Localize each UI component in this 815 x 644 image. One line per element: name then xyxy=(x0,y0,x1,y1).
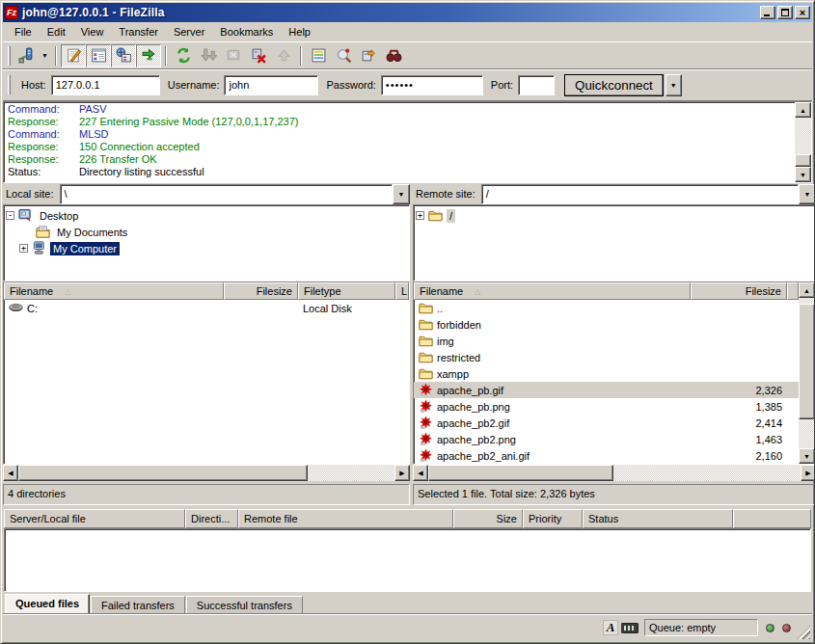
local-site-combo[interactable]: \ ▼ xyxy=(60,184,410,204)
scroll-left-icon[interactable]: ◀ xyxy=(413,465,428,481)
column-filename[interactable]: Filename△ xyxy=(414,282,691,300)
column-remote-file[interactable]: Remote file xyxy=(238,509,453,528)
title-bar[interactable]: Fz john@127.0.0.1 - FileZilla × xyxy=(3,3,812,22)
refresh-button[interactable] xyxy=(171,44,196,67)
expand-icon[interactable]: + xyxy=(416,211,424,220)
tree-item-my-computer[interactable]: + My Computer xyxy=(6,240,409,256)
close-button[interactable]: × xyxy=(795,6,810,19)
message-log: Command:PASV Response:227 Entering Passi… xyxy=(4,102,795,182)
disconnect-button[interactable] xyxy=(246,44,271,67)
scroll-down-icon[interactable]: ▼ xyxy=(795,167,811,182)
column-filename[interactable]: Filename△ xyxy=(4,282,224,300)
tab-queued-files[interactable]: Queued files xyxy=(5,594,90,613)
column-size[interactable]: Size xyxy=(453,509,523,528)
menu-file[interactable]: File xyxy=(7,24,40,40)
remote-file-row[interactable]: apache_pb2.png 1,463 xyxy=(414,431,799,447)
scroll-left-icon[interactable]: ◀ xyxy=(3,465,18,481)
remote-file-row[interactable]: .. xyxy=(414,300,799,316)
remote-site-combo[interactable]: / ▼ xyxy=(481,184,815,204)
scroll-thumb[interactable] xyxy=(799,304,815,419)
remote-file-row[interactable]: apache_pb2.gif 2,414 xyxy=(414,415,799,431)
speed-limit-icon[interactable] xyxy=(621,623,638,633)
minimize-button[interactable] xyxy=(760,6,775,19)
scroll-thumb[interactable] xyxy=(428,465,613,481)
scroll-right-icon[interactable]: ▶ xyxy=(801,465,815,481)
quickconnect-grip[interactable] xyxy=(8,75,11,94)
column-filetype[interactable]: Filetype xyxy=(298,282,395,300)
collapse-icon[interactable]: - xyxy=(6,211,14,220)
password-input[interactable]: •••••• xyxy=(381,75,483,95)
menu-help[interactable]: Help xyxy=(281,24,318,40)
remote-site-input[interactable]: / xyxy=(481,184,799,204)
remote-file-row[interactable]: forbidden xyxy=(414,316,799,333)
column-direction[interactable]: Directi... xyxy=(185,509,238,528)
column-server-local-file[interactable]: Server/Local file xyxy=(4,509,185,528)
menu-transfer[interactable]: Transfer xyxy=(111,24,166,40)
scroll-right-icon[interactable]: ▶ xyxy=(394,465,410,481)
menu-edit[interactable]: Edit xyxy=(40,24,73,40)
username-input[interactable]: john xyxy=(224,75,318,95)
expand-icon[interactable]: + xyxy=(19,244,28,253)
remote-file-row[interactable]: apache_pb2_ani.gif 2,160 xyxy=(414,447,799,464)
log-scroll-track[interactable] xyxy=(795,118,811,154)
toggle-remote-tree-button[interactable] xyxy=(111,44,136,67)
column-filesize[interactable]: Filesize xyxy=(691,282,787,300)
toggle-message-log-button[interactable] xyxy=(61,44,86,67)
local-horizontal-scrollbar[interactable]: ◀ ▶ xyxy=(3,465,410,481)
toggle-local-tree-button[interactable] xyxy=(86,44,111,67)
menu-view[interactable]: View xyxy=(73,24,112,40)
remote-file-row[interactable]: restricted xyxy=(414,349,799,365)
scroll-thumb[interactable] xyxy=(18,465,308,481)
scroll-track[interactable] xyxy=(613,465,801,481)
column-filesize[interactable]: Filesize xyxy=(224,282,298,300)
scroll-down-icon[interactable]: ▼ xyxy=(799,448,815,464)
remote-file-row[interactable]: img xyxy=(414,333,799,349)
remote-file-row[interactable]: xampp xyxy=(414,365,799,382)
site-manager-dropdown[interactable]: ▼ xyxy=(39,44,51,67)
column-priority[interactable]: Priority xyxy=(523,509,583,528)
remote-file-row[interactable]: apache_pb.png 1,385 xyxy=(414,398,799,415)
cancel-operation-button[interactable] xyxy=(221,44,246,67)
local-site-dropdown[interactable]: ▼ xyxy=(393,184,410,204)
quickconnect-button[interactable]: Quickconnect xyxy=(564,74,664,96)
tab-failed-transfers[interactable]: Failed transfers xyxy=(91,596,185,613)
tab-successful-transfers[interactable]: Successful transfers xyxy=(186,596,303,613)
local-site-input[interactable]: \ xyxy=(60,184,393,204)
maximize-button[interactable] xyxy=(777,6,793,19)
resize-grip[interactable] xyxy=(797,626,810,639)
remote-site-dropdown[interactable]: ▼ xyxy=(799,184,815,204)
log-scrollbar[interactable]: ▲ ▼ xyxy=(795,102,811,182)
remote-horizontal-scrollbar[interactable]: ◀ ▶ xyxy=(413,465,815,481)
reconnect-button[interactable] xyxy=(271,44,296,67)
scroll-up-icon[interactable]: ▲ xyxy=(799,282,815,298)
directory-comparison-button[interactable] xyxy=(331,44,356,67)
synchronized-browsing-button[interactable] xyxy=(356,44,381,67)
port-input[interactable] xyxy=(518,75,555,95)
remote-file-row-selected[interactable]: apache_pb.gif 2,326 xyxy=(414,382,799,398)
column-status[interactable]: Status xyxy=(583,509,733,528)
log-scroll-thumb[interactable] xyxy=(795,154,811,167)
menu-server[interactable]: Server xyxy=(166,24,212,40)
local-file-row[interactable]: C: Local Disk xyxy=(4,300,409,316)
image-file-icon xyxy=(419,432,435,446)
tree-item-my-documents[interactable]: My Documents xyxy=(6,224,409,240)
queue-list[interactable] xyxy=(4,528,811,592)
transfer-type-ascii-icon[interactable]: A xyxy=(603,620,618,635)
directory-listing-filters-button[interactable] xyxy=(306,44,331,67)
scroll-track[interactable] xyxy=(308,465,394,481)
host-input[interactable]: 127.0.0.1 xyxy=(51,75,160,95)
remote-vertical-scrollbar[interactable]: ▲ ▼ xyxy=(799,282,815,464)
scroll-up-icon[interactable]: ▲ xyxy=(795,102,811,118)
quickconnect-dropdown[interactable]: ▼ xyxy=(666,74,682,96)
toggle-transfer-queue-button[interactable] xyxy=(136,44,161,67)
tree-item-root[interactable]: + / xyxy=(416,207,815,224)
scroll-track[interactable] xyxy=(799,419,815,448)
find-files-button[interactable] xyxy=(381,44,406,67)
menu-bookmarks[interactable]: Bookmarks xyxy=(212,24,281,40)
process-queue-button[interactable] xyxy=(196,44,221,67)
menu-bar: File Edit View Transfer Server Bookmarks… xyxy=(3,22,812,42)
toolbar-grip[interactable] xyxy=(8,46,11,66)
column-last-modified[interactable]: L xyxy=(395,282,409,300)
site-manager-button[interactable] xyxy=(14,44,39,67)
tree-item-desktop[interactable]: - Desktop xyxy=(6,207,409,224)
